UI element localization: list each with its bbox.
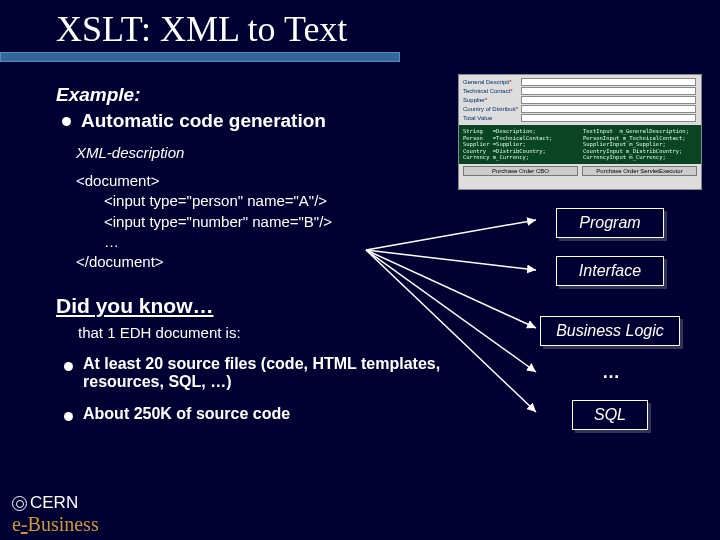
- ebusiness-brand: e-Business: [12, 513, 99, 536]
- bullet-text: About 250K of source code: [83, 405, 290, 423]
- bullet-icon: [64, 412, 73, 421]
- output-label-sql: SQL: [572, 400, 648, 430]
- slide-title: XSLT: XML to Text: [0, 0, 720, 54]
- did-you-know-heading: Did you know…: [56, 294, 720, 318]
- output-label-program: Program: [556, 208, 664, 238]
- mock-button: Purchase Order CBO: [463, 166, 578, 176]
- cern-text: CERN: [30, 493, 78, 513]
- bullet-source-size: About 250K of source code: [64, 405, 444, 423]
- bullet-source-files: At least 20 source files (code, HTML tem…: [64, 355, 444, 391]
- mock-code: String =Description; Person =TechnicalCo…: [459, 125, 701, 164]
- footer: CERN e-Business: [12, 493, 99, 536]
- output-label-interface: Interface: [556, 256, 664, 286]
- output-label-ellipsis: …: [602, 362, 620, 383]
- screenshot-thumbnail: General Descripti* Technical Contact* Su…: [458, 74, 702, 190]
- mock-button: Purchase Order ServletExecutor: [582, 166, 697, 176]
- mock-buttons: Purchase Order CBO Purchase Order Servle…: [459, 164, 701, 178]
- bullet-icon: [62, 117, 71, 126]
- cern-logo-icon: [12, 496, 27, 511]
- output-label-business-logic: Business Logic: [540, 316, 680, 346]
- mock-form: General Descripti* Technical Contact* Su…: [459, 75, 701, 125]
- bullet-main-text: Automatic code generation: [81, 110, 326, 132]
- bullet-icon: [64, 362, 73, 371]
- cern-brand: CERN: [12, 493, 99, 513]
- bullet-text: At least 20 source files (code, HTML tem…: [83, 355, 444, 391]
